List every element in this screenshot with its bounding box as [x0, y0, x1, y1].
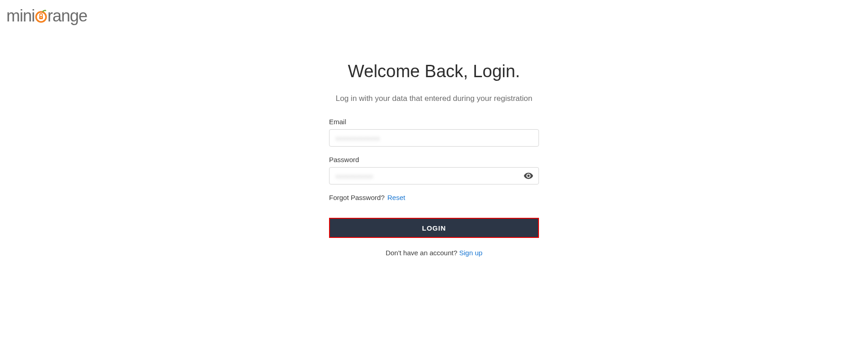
signup-text: Don't have an account? [386, 249, 459, 257]
login-form-container: Welcome Back, Login. Log in with your da… [329, 62, 539, 257]
page-title: Welcome Back, Login. [348, 62, 520, 81]
logo-text-range: range [47, 6, 87, 26]
password-form-group: Password xxxxxxxxxxx [329, 156, 539, 184]
brand-logo: mini range [6, 6, 87, 26]
email-field[interactable] [329, 129, 539, 147]
email-input-wrapper: xxxxxxxxxxxxx [329, 129, 539, 147]
email-form-group: Email xxxxxxxxxxxxx [329, 118, 539, 147]
signup-link[interactable]: Sign up [459, 249, 482, 257]
eye-icon[interactable] [523, 171, 533, 181]
forgot-password-text: Forgot Password? [329, 194, 385, 201]
password-input-wrapper: xxxxxxxxxxx [329, 167, 539, 184]
signup-row: Don't have an account? Sign up [386, 249, 482, 257]
email-label: Email [329, 118, 539, 126]
forgot-password-row: Forgot Password? Reset [329, 194, 539, 201]
password-field[interactable] [329, 167, 539, 184]
reset-link[interactable]: Reset [387, 194, 405, 201]
password-label: Password [329, 156, 539, 163]
logo-orange-icon [34, 9, 48, 23]
page-subtitle: Log in with your data that entered durin… [336, 94, 533, 103]
svg-point-2 [41, 17, 42, 18]
login-button[interactable]: LOGIN [329, 218, 539, 238]
logo-text-mini: mini [6, 6, 35, 26]
